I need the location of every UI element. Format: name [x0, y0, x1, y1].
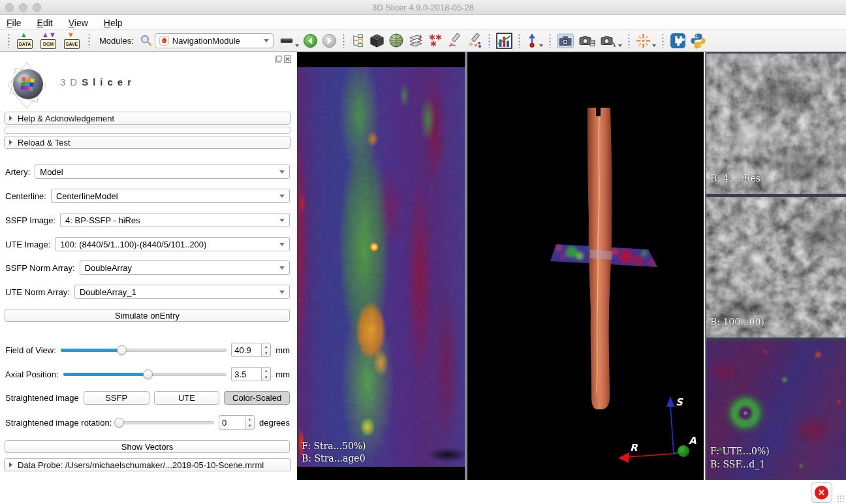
foreground-label: F: UTE...0%) — [710, 445, 770, 458]
toolbar-drag-handle[interactable] — [627, 33, 631, 48]
layout-selector-button[interactable] — [279, 31, 299, 50]
color-scaled-button[interactable]: Color-Scaled — [224, 391, 290, 405]
toolbar-drag-handle[interactable] — [342, 33, 345, 48]
centerline-label: Centerline: — [5, 191, 46, 201]
axial-position-slider[interactable] — [63, 368, 227, 381]
rotation-slider[interactable] — [116, 416, 214, 429]
layout-icon — [279, 33, 294, 48]
help-acknowledgement-section[interactable]: Help & Acknowledgement — [4, 112, 291, 125]
slices-button[interactable] — [408, 31, 424, 50]
camera-icon — [557, 33, 574, 48]
module-search-button[interactable] — [140, 31, 153, 50]
show-vectors-button[interactable]: Show Vectors — [5, 440, 290, 453]
transforms-button[interactable] — [526, 31, 543, 50]
spin-down-icon[interactable]: ▼ — [262, 350, 270, 356]
module-hierarchy-button[interactable] — [351, 31, 366, 50]
spin-up-icon[interactable]: ▲ — [245, 416, 254, 422]
menu-help[interactable]: Help — [104, 18, 123, 28]
editor-button[interactable] — [467, 31, 482, 50]
screenshot-button[interactable] — [557, 31, 574, 50]
axis-r-line — [627, 454, 674, 457]
menu-file[interactable]: File — [7, 18, 22, 28]
field-of-view-slider[interactable] — [61, 343, 227, 356]
spin-up-icon[interactable]: ▲ — [262, 368, 270, 374]
toolbar-drag-handle[interactable] — [518, 33, 521, 48]
error-log-button[interactable]: ✕ — [811, 482, 832, 503]
green-up-arrow-icon: ▲ — [20, 31, 27, 39]
data-probe-section[interactable]: Data Probe: /Users/michaelschumaker/...2… — [4, 458, 291, 471]
ute-image-combobox[interactable]: 100: (8440/5/1..100)-(8440/5/101..200) — [55, 237, 290, 251]
artery-combobox[interactable]: Model — [35, 165, 290, 179]
rotation-value[interactable] — [219, 415, 245, 430]
toolbar-drag-handle[interactable] — [661, 33, 665, 48]
reload-test-section[interactable]: Reload & Test — [4, 136, 291, 149]
field-of-view-spinbox[interactable]: ▲▼ — [231, 343, 271, 357]
slider-handle[interactable] — [114, 418, 124, 428]
python-interactor-button[interactable] — [690, 31, 706, 50]
menu-view[interactable]: View — [69, 18, 88, 28]
resize-grip[interactable] — [837, 495, 845, 503]
axial-position-spinbox[interactable]: ▲▼ — [231, 367, 271, 381]
slicer-logo: 3DSlicer — [3, 62, 136, 109]
axial-position-label: Axial Position: — [5, 370, 59, 379]
spin-up-icon[interactable]: ▲ — [262, 343, 270, 350]
module-selector-combobox[interactable]: NavigationModule — [155, 33, 274, 48]
load-data-button[interactable]: ▲ DATA — [16, 31, 35, 50]
cube-icon — [369, 33, 384, 48]
module-history-back-button[interactable] — [303, 31, 318, 50]
axial-position-value[interactable] — [231, 367, 261, 381]
axis-r-label: R — [630, 442, 638, 454]
reload-section-label: Reload & Test — [18, 138, 70, 148]
field-of-view-value[interactable] — [231, 343, 261, 357]
color-slice-view[interactable]: F: UTE...0%) B: SSF...d_1 — [706, 341, 846, 480]
straightened-heatmap-image — [297, 67, 465, 467]
data-cube-button[interactable] — [369, 31, 384, 50]
spin-down-icon[interactable]: ▼ — [262, 374, 270, 381]
ssfp-image-combobox[interactable]: 4: BP-SSFP - hiRes — [60, 213, 290, 227]
toolbar-drag-handle[interactable] — [87, 33, 91, 48]
load-dicom-button[interactable]: ▲▼ DCM — [40, 31, 58, 50]
collapse-arrow-icon — [9, 462, 12, 467]
toolbar-drag-handle[interactable] — [7, 33, 10, 48]
slider-handle[interactable] — [143, 370, 153, 379]
ssfp-norm-array-combobox[interactable]: DoubleArray — [80, 260, 290, 275]
undock-panel-icon[interactable] — [275, 55, 282, 63]
menu-edit[interactable]: Edit — [37, 18, 53, 28]
ssfp-button[interactable]: SSFP — [84, 391, 149, 405]
ute-button[interactable]: UTE — [154, 391, 220, 405]
save-scene-button[interactable]: ▼ SAVE — [63, 31, 82, 50]
spin-down-icon[interactable]: ▼ — [245, 422, 254, 429]
slider-handle[interactable] — [117, 345, 127, 355]
annotations-button[interactable] — [447, 31, 463, 50]
markups-button[interactable] — [428, 31, 443, 50]
scene-view-restore-button[interactable] — [599, 31, 622, 50]
rotation-spinbox[interactable]: ▲▼ — [219, 415, 255, 430]
crosshair-button[interactable] — [636, 31, 656, 50]
axis-s-arrow — [666, 396, 674, 407]
straightened-image-label: Straightened image — [5, 393, 79, 403]
chevron-down-icon — [264, 39, 269, 42]
main-toolbar: ▲ DATA ▲▼ DCM ▼ SAVE Modules: Navigation… — [0, 29, 846, 52]
toolbar-drag-handle[interactable] — [488, 33, 491, 48]
simulate-onentry-button[interactable]: Simulate onEntry — [5, 309, 290, 322]
close-panel-icon[interactable] — [284, 55, 291, 63]
module-history-forward-button[interactable] — [322, 31, 337, 50]
volume-rendering-button[interactable] — [388, 31, 404, 50]
side-view-column: B: 4: ...Res B: 100...00) F: UTE...0%) B… — [705, 52, 846, 480]
foreground-label: F: Stra...50%) — [302, 440, 366, 452]
background-label: B: SSF...d_1 — [710, 458, 770, 471]
extensions-manager-button[interactable] — [670, 31, 686, 50]
fiducial-asterisks-icon — [428, 33, 443, 48]
straightened-slice-view[interactable]: F: Stra...50%) B: Stra...age0 — [297, 52, 465, 480]
centerline-combobox[interactable]: CenterlineModel — [51, 189, 290, 203]
search-icon — [140, 34, 153, 47]
ute-slice-view[interactable]: B: 100...00) — [706, 197, 846, 338]
charts-button[interactable] — [496, 31, 512, 50]
collapsed-splitter[interactable] — [4, 127, 291, 134]
ute-norm-array-combobox[interactable]: DoubleArray_1 — [74, 285, 290, 299]
threed-view[interactable]: S R A — [467, 52, 704, 480]
python-icon — [690, 33, 706, 49]
ssfp-slice-view[interactable]: B: 4: ...Res — [706, 54, 846, 194]
toolbar-drag-handle[interactable] — [548, 33, 552, 48]
scene-view-button[interactable] — [578, 31, 595, 50]
